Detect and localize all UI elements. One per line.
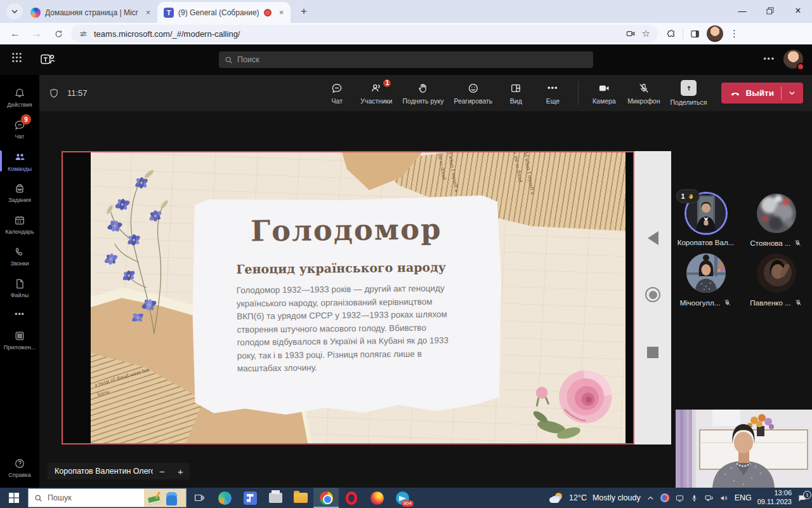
- stop-square-icon[interactable]: [647, 347, 658, 358]
- teams-search-input[interactable]: [237, 55, 587, 64]
- side-panel-icon[interactable]: [690, 29, 700, 39]
- share-button[interactable]: Поделиться: [667, 77, 711, 109]
- windows-taskbar: Пошук 904 12°C Mostly cloudy ENG: [0, 488, 812, 508]
- sidebar-item-activity[interactable]: Действия: [0, 83, 39, 112]
- action-center-button[interactable]: 1: [797, 493, 807, 503]
- app-launcher-waffle-icon[interactable]: [11, 52, 22, 63]
- window-close-button[interactable]: ×: [784, 0, 812, 22]
- task-view-button[interactable]: [187, 488, 212, 508]
- sidebar-item-apps[interactable]: Приложен...: [0, 325, 39, 355]
- sidebar-item-calendar[interactable]: Календарь: [0, 210, 39, 239]
- address-bar[interactable]: teams.microsoft.com/_#/modern-calling/ ☆: [71, 25, 658, 43]
- tray-volume-icon[interactable]: [719, 493, 729, 503]
- more-button[interactable]: ••• Еще: [535, 77, 570, 109]
- sidebar-item-teams[interactable]: Команды: [0, 146, 39, 176]
- participant-tile[interactable]: Павленко ...: [744, 253, 808, 307]
- forward-button[interactable]: →: [28, 25, 46, 43]
- participants-button[interactable]: 1 Участники: [357, 77, 396, 109]
- view-button[interactable]: Вид: [499, 77, 533, 109]
- browser-tab-meeting[interactable]: T (9) General (Собрание) | Mi ×: [157, 2, 291, 23]
- taskbar-search-box[interactable]: Пошук: [28, 488, 187, 507]
- record-circle-icon[interactable]: [645, 287, 660, 302]
- browser-tab-home[interactable]: Домашняя страница | Microsof ×: [24, 2, 157, 23]
- zoom-out-button[interactable]: −: [153, 466, 171, 477]
- mic-button[interactable]: Микрофон: [624, 77, 664, 109]
- teams-top-bar: •••: [0, 44, 812, 75]
- taskbar-telegram[interactable]: 904: [390, 488, 415, 508]
- tab-camera-in-use-icon[interactable]: [625, 29, 636, 39]
- participant-tile[interactable]: Мічоогулл...: [674, 253, 738, 307]
- participant-tile[interactable]: 1 Коропатов Вал...: [674, 194, 738, 247]
- raise-hand-button[interactable]: Поднять руку: [398, 77, 447, 109]
- teams-search-box[interactable]: [219, 51, 593, 68]
- tray-color-app-icon[interactable]: [660, 493, 669, 502]
- new-tab-button[interactable]: +: [296, 3, 312, 20]
- sidebar-item-calls[interactable]: Звонки: [0, 241, 39, 271]
- previous-slide-icon[interactable]: [648, 231, 658, 245]
- weather-temp[interactable]: 12°C: [569, 493, 587, 502]
- language-indicator[interactable]: ENG: [735, 493, 752, 502]
- weather-condition[interactable]: Mostly cloudy: [593, 493, 641, 502]
- tab-close-button[interactable]: ×: [276, 7, 287, 18]
- taskbar-opera[interactable]: [339, 488, 364, 508]
- letterbox-left: [63, 152, 91, 443]
- back-button[interactable]: ←: [6, 25, 24, 43]
- search-icon: [225, 56, 233, 64]
- participants-badge: 1: [382, 78, 392, 88]
- shield-icon[interactable]: [48, 88, 60, 99]
- teams-sidebar: Действия 9 Чат Команды Задания Календарь…: [0, 75, 39, 488]
- tray-cast-icon[interactable]: [675, 493, 684, 503]
- taskbar-app-printer[interactable]: [263, 488, 288, 508]
- taskbar-chrome[interactable]: [313, 488, 339, 508]
- tab-close-button[interactable]: ×: [143, 7, 154, 18]
- start-button[interactable]: [0, 488, 28, 508]
- meeting-stage: chubby jolly old when I myself a twist; …: [39, 111, 812, 488]
- tray-network-icon[interactable]: [704, 493, 714, 503]
- meeting-buttons: Чат 1 Участники Поднять руку Реагировать…: [320, 77, 803, 109]
- taskbar-app-utility[interactable]: [212, 488, 237, 508]
- teams-profile-avatar[interactable]: [783, 50, 803, 69]
- browser-menu-kebab[interactable]: ⋮: [730, 28, 739, 39]
- teams-more-menu[interactable]: •••: [763, 55, 775, 64]
- backpack-icon: [13, 182, 26, 195]
- extensions-icon[interactable]: [665, 29, 676, 39]
- hangup-icon: [730, 88, 741, 99]
- browser-profile-avatar[interactable]: [707, 25, 723, 42]
- leave-button[interactable]: Выйти: [721, 83, 804, 104]
- teacher-video-tile[interactable]: [676, 410, 812, 488]
- participant-tile[interactable]: Стоянова ...: [744, 194, 808, 247]
- camera-button[interactable]: Камера: [587, 77, 621, 109]
- shared-app-control-strip: [634, 151, 671, 444]
- taskbar-file-explorer[interactable]: [288, 488, 313, 508]
- reload-icon: [54, 29, 63, 39]
- participant-avatar: [757, 253, 796, 293]
- sidebar-item-chat[interactable]: 9 Чат: [0, 114, 39, 144]
- weather-icon[interactable]: [549, 493, 563, 503]
- window-restore-button[interactable]: [756, 0, 784, 22]
- chat-button[interactable]: Чат: [320, 77, 354, 109]
- chat-unread-badge: 9: [21, 114, 31, 124]
- sidebar-more-dots[interactable]: •••: [15, 310, 25, 319]
- sidebar-item-help[interactable]: Справка: [0, 453, 39, 483]
- react-button[interactable]: Реагировать: [450, 77, 496, 109]
- restore-icon: [766, 7, 774, 15]
- tray-mic-icon[interactable]: [690, 494, 698, 502]
- window-minimize-button[interactable]: —: [728, 0, 756, 22]
- participant-name: Мічоогулл...: [680, 299, 721, 307]
- reload-button[interactable]: [49, 25, 67, 43]
- leave-options-chevron[interactable]: [789, 90, 803, 97]
- taskbar-app-education[interactable]: [237, 488, 263, 508]
- tray-expand-chevron-icon[interactable]: [646, 494, 655, 502]
- sidebar-item-assignments[interactable]: Задания: [0, 178, 39, 208]
- tab-recording-indicator: [264, 9, 272, 17]
- slide-body-text: Голодомор 1932—1933 років — другий акт г…: [237, 282, 454, 375]
- tab-search-button[interactable]: [6, 3, 23, 20]
- sidebar-item-files[interactable]: Файлы: [0, 273, 39, 303]
- zoom-in-button[interactable]: +: [171, 466, 190, 477]
- site-info-icon: [79, 29, 88, 39]
- taskbar-clock[interactable]: 13:06 09.11.2023: [757, 489, 792, 507]
- mic-muted-icon: [794, 298, 802, 307]
- participant-name: Стоянова ...: [750, 239, 791, 247]
- bookmark-star-icon[interactable]: ☆: [642, 28, 650, 39]
- taskbar-firefox[interactable]: [364, 488, 390, 508]
